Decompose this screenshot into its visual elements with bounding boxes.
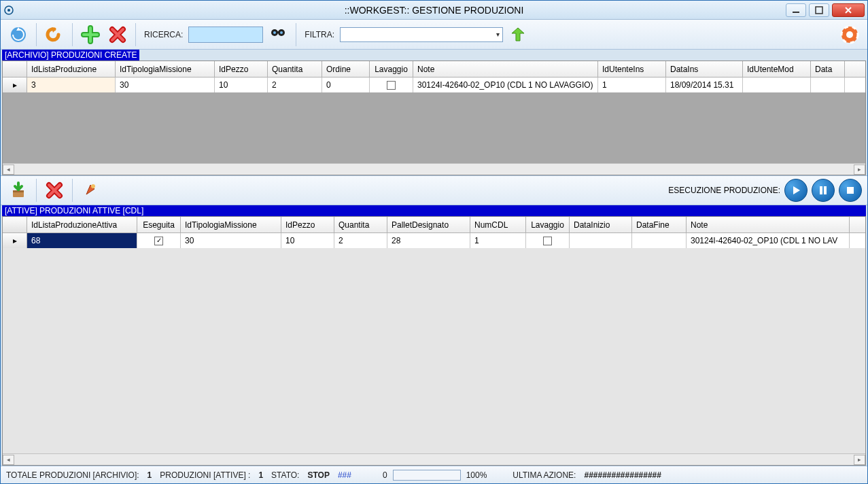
cell-eseguita[interactable]: ✓ <box>137 233 181 248</box>
titlebar: ::WORKGEST:: GESTIONE PRODUZIONI <box>1 1 867 20</box>
svg-rect-16 <box>820 186 822 194</box>
col-datafine[interactable]: DataFine <box>632 217 687 232</box>
window-title: ::WORKGEST:: GESTIONE PRODUZIONI <box>345 5 524 16</box>
col-eseguita[interactable]: Eseguita <box>137 217 181 232</box>
checkbox-checked-icon[interactable]: ✓ <box>154 237 163 245</box>
svg-rect-17 <box>824 186 827 194</box>
search-input[interactable] <box>188 27 263 43</box>
col-datainizio[interactable]: DataInizio <box>570 217 632 232</box>
play-button[interactable] <box>784 179 808 202</box>
col-quantita[interactable]: Quantita <box>268 61 322 77</box>
progress-percent: 100% <box>466 470 487 480</box>
scroll-right-icon[interactable]: ▸ <box>854 165 865 175</box>
col-lavaggio[interactable]: Lavaggio <box>526 217 570 232</box>
row-indicator-icon: ▸ <box>3 233 27 248</box>
close-button[interactable] <box>832 3 865 17</box>
col-palletdesignato[interactable]: PalletDesignato <box>387 217 470 232</box>
cell-idlistaproduzione[interactable]: 3 <box>27 77 116 92</box>
cell-quantita[interactable]: 2 <box>268 77 322 92</box>
col-idutenteins[interactable]: IdUtenteIns <box>598 61 666 77</box>
checkbox-unchecked-icon[interactable] <box>387 81 396 90</box>
table-row[interactable]: ▸ 68 ✓ 30 10 2 28 1 30124I-42640-02_OP10… <box>3 233 865 248</box>
grid-horizontal-scrollbar[interactable]: ◂ ▸ <box>3 163 865 175</box>
filter-select[interactable]: ▾ <box>340 27 503 42</box>
import-button[interactable] <box>6 178 31 203</box>
col-idutentemod[interactable]: IdUtenteMod <box>743 61 811 77</box>
cell-idlistaproduzioneattiva[interactable]: 68 <box>27 233 137 248</box>
cell-idpezzo[interactable]: 10 <box>281 233 334 248</box>
svg-point-15 <box>91 184 95 188</box>
scroll-left-icon[interactable]: ◂ <box>3 165 14 175</box>
cell-datains[interactable]: 18/09/2014 15.31 <box>666 77 743 92</box>
col-lavaggio[interactable]: Lavaggio <box>370 61 413 77</box>
row-indicator-icon: ▸ <box>3 77 27 92</box>
archive-section-title: [ARCHIVIO] PRODUZIONI CREATE <box>2 50 139 60</box>
undo-button[interactable] <box>42 22 67 47</box>
cell-datainizio[interactable] <box>570 233 632 248</box>
stop-button[interactable] <box>839 179 862 202</box>
maximize-button[interactable] <box>809 3 829 17</box>
col-quantita[interactable]: Quantita <box>334 217 387 232</box>
row-header-col[interactable] <box>3 217 27 232</box>
filter-label: FILTRA: <box>305 30 334 39</box>
cell-idtipologiamissione[interactable]: 30 <box>181 233 281 248</box>
delete-button[interactable] <box>105 22 130 47</box>
row-header-col[interactable] <box>3 61 27 77</box>
col-idtipologiamissione[interactable]: IdTipologiaMissione <box>116 61 215 77</box>
hash-indicator: ### <box>338 470 351 480</box>
cell-lavaggio[interactable] <box>370 77 413 92</box>
col-numcdl[interactable]: NumCDL <box>470 217 526 232</box>
cell-idutentemod[interactable] <box>743 77 811 92</box>
main-toolbar: RICERCA: FILTRA: ▾ <box>1 20 867 50</box>
svg-rect-7 <box>277 31 279 33</box>
cell-note[interactable]: 30124I-42640-02_OP10 (CDL 1 NO LAVAGGIO) <box>413 77 598 92</box>
launch-button[interactable] <box>78 178 103 203</box>
table-row[interactable]: ▸ 3 30 10 2 0 30124I-42640-02_OP10 (CDL … <box>3 77 865 92</box>
refresh-button[interactable] <box>6 22 31 47</box>
archive-grid: IdListaProduzione IdTipologiaMissione Id… <box>2 60 866 175</box>
col-datains[interactable]: DataIns <box>666 61 743 77</box>
cell-ordine[interactable]: 0 <box>322 77 370 92</box>
delete-active-button[interactable] <box>42 178 67 203</box>
add-button[interactable] <box>78 22 103 47</box>
minimize-button[interactable] <box>786 3 806 17</box>
app-icon <box>3 5 14 16</box>
total-archive-label: TOTALE PRODUZIONI [ARCHIVIO]: <box>6 470 139 480</box>
cell-idutenteins[interactable]: 1 <box>598 77 666 92</box>
progress-number: 0 <box>383 470 387 480</box>
cell-datafine[interactable] <box>632 233 687 248</box>
active-count-label: PRODUZIONI [ATTIVE] : <box>160 470 250 480</box>
pause-button[interactable] <box>812 179 835 202</box>
col-note[interactable]: Note <box>413 61 598 77</box>
svg-point-1 <box>7 9 10 12</box>
cell-idpezzo[interactable]: 10 <box>215 77 268 92</box>
col-ordine[interactable]: Ordine <box>322 61 370 77</box>
svg-rect-3 <box>816 7 822 14</box>
col-idpezzo[interactable]: IdPezzo <box>281 217 334 232</box>
active-toolbar: ESECUZIONE PRODUZIONE: <box>1 175 867 205</box>
status-bar: TOTALE PRODUZIONI [ARCHIVIO]: 1 PRODUZIO… <box>1 466 867 483</box>
total-archive-value: 1 <box>147 470 152 480</box>
help-button[interactable] <box>837 22 862 47</box>
cell-idtipologiamissione[interactable]: 30 <box>116 77 215 92</box>
cell-quantita[interactable]: 2 <box>334 233 387 248</box>
col-idpezzo[interactable]: IdPezzo <box>215 61 268 77</box>
grid-horizontal-scrollbar[interactable]: ◂ ▸ <box>3 453 865 465</box>
cell-data[interactable] <box>811 77 845 92</box>
checkbox-unchecked-icon[interactable] <box>543 237 552 245</box>
scroll-left-icon[interactable]: ◂ <box>3 455 14 465</box>
col-data[interactable]: Data <box>811 61 845 77</box>
cell-numcdl[interactable]: 1 <box>470 233 526 248</box>
active-count-value: 1 <box>258 470 263 480</box>
col-idlistaproduzioneattiva[interactable]: IdListaProduzioneAttiva <box>27 217 137 232</box>
state-value: STOP <box>307 470 329 480</box>
col-idlistaproduzione[interactable]: IdListaProduzione <box>27 61 116 77</box>
cell-note[interactable]: 30124I-42640-02_OP10 (CDL 1 NO LAV <box>687 233 850 248</box>
search-button[interactable] <box>266 22 290 47</box>
col-idtipologiamissione[interactable]: IdTipologiaMissione <box>181 217 281 232</box>
filter-apply-button[interactable] <box>506 22 530 47</box>
cell-palletdesignato[interactable]: 28 <box>387 233 470 248</box>
col-note[interactable]: Note <box>687 217 850 232</box>
cell-lavaggio[interactable] <box>526 233 570 248</box>
scroll-right-icon[interactable]: ▸ <box>854 455 865 465</box>
